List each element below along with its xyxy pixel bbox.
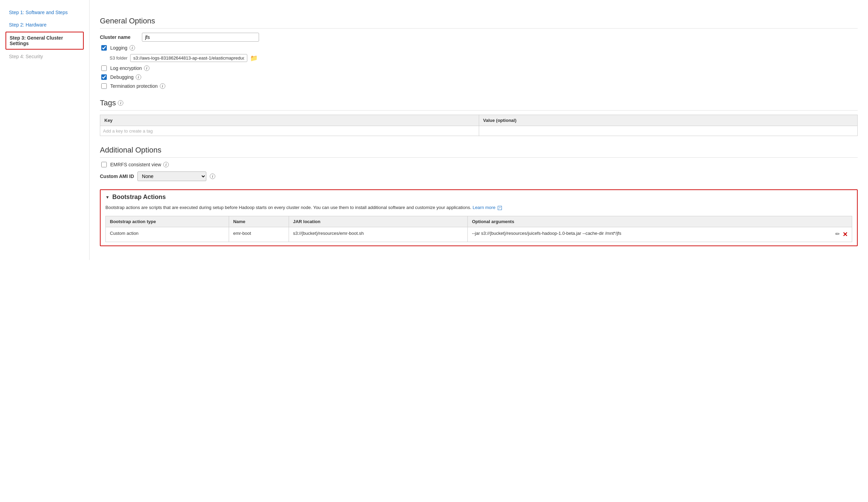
- log-encryption-row: Log encryption i: [100, 65, 858, 71]
- main-content: General Options Cluster name Logging i S…: [90, 0, 868, 260]
- value-input[interactable]: [482, 128, 855, 134]
- key-input[interactable]: [103, 128, 476, 134]
- emrfs-checkbox[interactable]: [101, 162, 107, 167]
- row-action-icons: ✏ ✕: [835, 231, 848, 238]
- delete-row-icon[interactable]: ✕: [843, 231, 848, 238]
- sidebar-item-step4: Step 4: Security: [6, 51, 84, 62]
- value-input-cell: [479, 126, 858, 136]
- debugging-row: Debugging i: [100, 74, 858, 80]
- key-input-cell: [100, 126, 479, 136]
- collapse-icon[interactable]: ▼: [105, 195, 110, 200]
- bootstrap-table: Bootstrap action type Name JAR location …: [105, 216, 852, 242]
- general-options-section: General Options Cluster name Logging i S…: [100, 17, 858, 89]
- cluster-name-input[interactable]: [142, 33, 259, 42]
- step2-link[interactable]: Step 2: Hardware: [9, 22, 46, 28]
- bootstrap-args-cell: --jar s3://{bucket}/resources/juicefs-ha…: [468, 227, 852, 242]
- bootstrap-header: ▼ Bootstrap Actions: [105, 194, 852, 201]
- s3-folder-input[interactable]: [130, 54, 247, 62]
- bootstrap-table-row: Custom action emr-boot s3://{bucket}/res…: [106, 227, 852, 242]
- key-column-header: Key: [100, 115, 479, 126]
- sidebar-item-step3[interactable]: Step 3: General Cluster Settings: [6, 32, 84, 50]
- bootstrap-name-header: Name: [229, 216, 289, 227]
- custom-ami-row: Custom AMI ID None i: [100, 171, 858, 181]
- ami-select-wrapper: None i: [137, 171, 215, 181]
- tags-section: Tags i Key Value (optional): [100, 98, 858, 136]
- logging-checkbox[interactable]: [101, 45, 107, 51]
- s3-label: S3 folder: [110, 55, 127, 61]
- folder-icon[interactable]: 📁: [250, 54, 258, 62]
- emrfs-label: EMRFS consistent view: [110, 162, 161, 167]
- termination-protection-row: Termination protection i: [100, 83, 858, 89]
- cluster-name-label: Cluster name: [100, 34, 138, 40]
- bootstrap-type-cell: Custom action: [106, 227, 229, 242]
- bootstrap-name-cell: emr-boot: [229, 227, 289, 242]
- termination-protection-checkbox[interactable]: [101, 83, 107, 89]
- bootstrap-actions-title: Bootstrap Actions: [112, 194, 166, 201]
- debugging-info-icon[interactable]: i: [136, 74, 141, 80]
- ami-info-icon[interactable]: i: [210, 174, 215, 179]
- additional-options-title: Additional Options: [100, 146, 858, 158]
- bootstrap-args-header: Optional arguments: [468, 216, 852, 227]
- debugging-label: Debugging: [110, 74, 134, 80]
- emrfs-info-icon[interactable]: i: [163, 162, 169, 167]
- logging-label: Logging: [110, 45, 127, 51]
- sidebar-item-step2[interactable]: Step 2: Hardware: [6, 19, 84, 30]
- general-options-title: General Options: [100, 17, 858, 29]
- tags-table: Key Value (optional): [100, 115, 858, 136]
- tags-header-row: Key Value (optional): [100, 115, 858, 126]
- logging-row: Logging i: [100, 45, 858, 51]
- sidebar-item-step1[interactable]: Step 1: Software and Steps: [6, 7, 84, 18]
- log-encryption-info-icon[interactable]: i: [144, 65, 149, 71]
- bootstrap-description: Bootstrap actions are scripts that are e…: [105, 204, 852, 211]
- bootstrap-jar-cell: s3://{bucket}/resources/emr-boot.sh: [289, 227, 467, 242]
- log-encryption-label: Log encryption: [110, 65, 142, 71]
- custom-ami-label: Custom AMI ID: [100, 174, 134, 179]
- cluster-name-row: Cluster name: [100, 33, 858, 42]
- value-column-header: Value (optional): [479, 115, 858, 126]
- learn-more-link[interactable]: Learn more: [473, 205, 495, 210]
- tags-title: Tags i: [100, 98, 858, 111]
- bootstrap-actions-section: ▼ Bootstrap Actions Bootstrap actions ar…: [100, 189, 858, 246]
- logging-info-icon[interactable]: i: [130, 45, 135, 51]
- sidebar: Step 1: Software and Steps Step 2: Hardw…: [0, 0, 90, 260]
- debugging-checkbox[interactable]: [101, 74, 107, 80]
- emrfs-row: EMRFS consistent view i: [100, 162, 858, 167]
- s3-folder-row: S3 folder 📁: [110, 54, 858, 62]
- bootstrap-jar-header: JAR location: [289, 216, 467, 227]
- step1-link[interactable]: Step 1: Software and Steps: [9, 10, 68, 15]
- bootstrap-header-row: Bootstrap action type Name JAR location …: [106, 216, 852, 227]
- tags-add-row: [100, 126, 858, 136]
- termination-protection-info-icon[interactable]: i: [160, 83, 165, 89]
- termination-protection-label: Termination protection: [110, 83, 158, 89]
- additional-options-section: Additional Options EMRFS consistent view…: [100, 146, 858, 246]
- external-link-icon: [498, 206, 502, 210]
- ami-select[interactable]: None: [137, 171, 206, 181]
- tags-info-icon[interactable]: i: [118, 100, 123, 106]
- edit-row-icon[interactable]: ✏: [835, 231, 840, 237]
- log-encryption-checkbox[interactable]: [101, 65, 107, 71]
- bootstrap-type-header: Bootstrap action type: [106, 216, 229, 227]
